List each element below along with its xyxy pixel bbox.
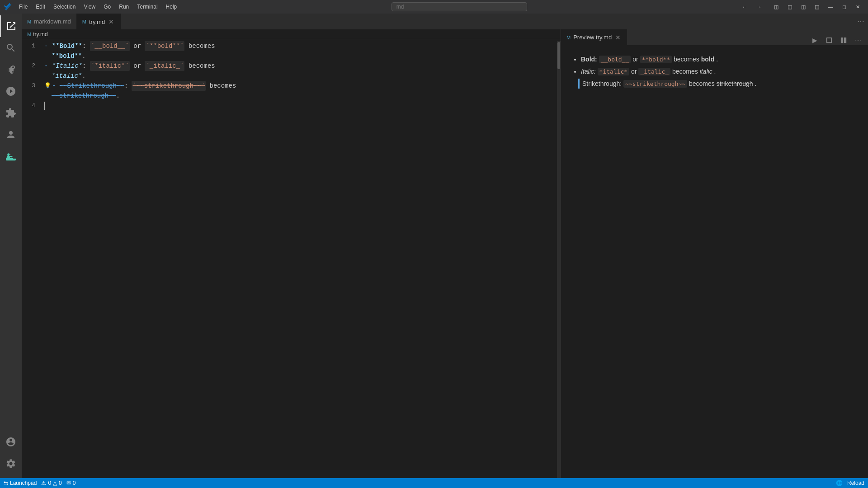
- statusbar-reload-label: Reload: [847, 480, 864, 486]
- code-line-1b: **bold** .: [44, 51, 548, 61]
- menu-bar: File Edit Selection View Go Run Terminal…: [15, 2, 180, 11]
- preview-tab[interactable]: M Preview try.md ✕: [561, 29, 627, 45]
- warning-icon: △: [53, 480, 57, 486]
- activity-remote-explorer[interactable]: [0, 124, 22, 145]
- tab-close-try[interactable]: ✕: [108, 18, 115, 25]
- code-line-3: 💡 - ~~Strikethrough~~ : `~~strikethrough…: [44, 81, 548, 91]
- preview-open-tab-button[interactable]: [823, 35, 835, 45]
- code-colon-2: :: [82, 61, 90, 71]
- breadcrumb-filename[interactable]: try.md: [33, 31, 47, 38]
- code-strike-code: `~~strikethrough~~`: [132, 81, 206, 91]
- statusbar-info[interactable]: ✉ 0: [66, 480, 76, 486]
- activity-extensions[interactable]: [0, 102, 22, 124]
- code-strike-result: ~~strikethrough~~: [52, 91, 116, 101]
- menu-file[interactable]: File: [15, 2, 31, 11]
- code-becomes-1: becomes: [184, 41, 219, 51]
- preview-bold-or: or: [632, 56, 640, 63]
- menu-help[interactable]: Help: [162, 2, 181, 11]
- menu-go[interactable]: Go: [100, 2, 114, 11]
- code-line-2: - *Italic* : `*italic*` or `_italic_` be…: [44, 61, 548, 71]
- nav-forward-button[interactable]: →: [752, 2, 766, 12]
- globe-icon: 🌐: [836, 480, 843, 486]
- preview-panel: M Preview try.md ✕ ▶ ⋯: [561, 29, 868, 478]
- lightbulb-icon[interactable]: 💡: [44, 81, 51, 91]
- layout-sidebar-right-button[interactable]: ◫: [797, 2, 810, 12]
- statusbar-errors[interactable]: ⚠ 0 △ 0: [41, 480, 61, 486]
- scrollbar-thumb: [557, 42, 560, 69]
- code-line-1: - **Bold** : `__bold__` or `**bold**` be…: [44, 41, 548, 51]
- code-content[interactable]: - **Bold** : `__bold__` or `**bold**` be…: [44, 41, 557, 478]
- activity-settings[interactable]: [0, 453, 22, 474]
- statusbar-left: ⇆ Launchpad ⚠ 0 △ 0 ✉ 0: [4, 480, 75, 486]
- preview-italic-becomes: becomes: [672, 68, 700, 75]
- preview-italic-item: Italic: *italic* or _italic_ becomes ita…: [581, 66, 857, 77]
- statusbar-remote[interactable]: ⇆ Launchpad: [4, 480, 37, 486]
- layout-sidebar-button[interactable]: ◫: [769, 2, 783, 12]
- preview-italic-or: or: [631, 68, 638, 75]
- tab-markdown-md[interactable]: M markdown.md: [22, 14, 77, 29]
- preview-bold-period: .: [716, 56, 718, 63]
- code-italic-label: *Italic*: [52, 61, 82, 71]
- tabs-overflow-button[interactable]: ⋯: [854, 14, 868, 29]
- preview-open-side-button[interactable]: ▶: [808, 35, 821, 45]
- restore-button[interactable]: ◻: [837, 2, 851, 12]
- tab-label-markdown: markdown.md: [34, 18, 71, 25]
- activity-run-debug[interactable]: [0, 80, 22, 102]
- code-becomes-3: becomes: [206, 81, 236, 91]
- preview-split-button[interactable]: [837, 35, 850, 45]
- activity-source-control[interactable]: [0, 59, 22, 80]
- code-strike-label: ~~Strikethrough~~: [60, 81, 124, 91]
- layout-grid-button[interactable]: ◫: [810, 2, 824, 12]
- preview-bold-label: Bold:: [581, 56, 597, 63]
- code-or-1: or: [130, 41, 145, 51]
- menu-edit[interactable]: Edit: [32, 2, 49, 11]
- menu-selection[interactable]: Selection: [50, 2, 79, 11]
- close-button[interactable]: ✕: [851, 2, 864, 12]
- statusbar-reload[interactable]: Reload: [847, 480, 864, 486]
- activity-accounts[interactable]: [0, 431, 22, 453]
- vscode-icon: [4, 3, 12, 11]
- activity-explorer[interactable]: [0, 15, 22, 37]
- code-period-1: .: [82, 51, 85, 61]
- line-numbers: 1 2 3 4: [22, 41, 44, 478]
- breadcrumb: M try.md: [22, 29, 561, 39]
- code-or-2: or: [130, 61, 145, 71]
- info-icon: ✉: [66, 480, 71, 486]
- preview-strike-label: Strikethrough:: [582, 80, 622, 87]
- preview-tab-label: Preview try.md: [573, 34, 612, 41]
- code-dash-3: -: [52, 81, 60, 91]
- statusbar-encoding[interactable]: 🌐: [836, 480, 843, 486]
- code-area[interactable]: 1 2 3 4 - **Bold** :: [22, 39, 561, 478]
- minimize-button[interactable]: —: [824, 2, 837, 12]
- menu-run[interactable]: Run: [115, 2, 132, 11]
- breadcrumb-icon: M: [27, 32, 31, 37]
- menu-view[interactable]: View: [80, 2, 99, 11]
- preview-bold-code2: **bold**: [640, 56, 672, 63]
- activity-search[interactable]: [0, 37, 22, 59]
- titlebar: File Edit Selection View Go Run Terminal…: [0, 0, 868, 14]
- nav-back-button[interactable]: ←: [738, 2, 751, 12]
- layout-panel-button[interactable]: ◫: [783, 2, 797, 12]
- preview-italic-code1: *italic*: [598, 68, 630, 75]
- menu-terminal[interactable]: Terminal: [133, 2, 161, 11]
- activity-remote-explorer2[interactable]: [0, 145, 22, 167]
- code-italic-code1: `*italic*`: [90, 61, 130, 71]
- activity-bar: [0, 14, 22, 478]
- preview-actions: ▶ ⋯: [808, 35, 868, 45]
- tab-try-md[interactable]: M try.md ✕: [77, 14, 121, 29]
- code-line-4: [44, 101, 548, 111]
- preview-tabs-bar: M Preview try.md ✕ ▶ ⋯: [561, 29, 868, 45]
- search-input[interactable]: [392, 2, 527, 11]
- preview-bold-code1: __bold__: [599, 56, 631, 63]
- editor-tabs: M markdown.md M try.md ✕ ⋯: [22, 14, 868, 29]
- vertical-scrollbar[interactable]: [557, 41, 561, 478]
- code-period-2: .: [82, 71, 85, 81]
- code-dash-2: -: [44, 61, 52, 71]
- statusbar-info-count: 0: [73, 480, 76, 486]
- code-bold-code1: `__bold__`: [90, 41, 130, 51]
- editor-split: M try.md 1 2 3 4: [22, 29, 868, 478]
- preview-more-button[interactable]: ⋯: [852, 35, 864, 45]
- editor-container: M markdown.md M try.md ✕ ⋯ M try.md: [22, 14, 868, 478]
- preview-tab-close[interactable]: ✕: [614, 34, 622, 41]
- statusbar-right: 🌐 Reload: [836, 480, 864, 486]
